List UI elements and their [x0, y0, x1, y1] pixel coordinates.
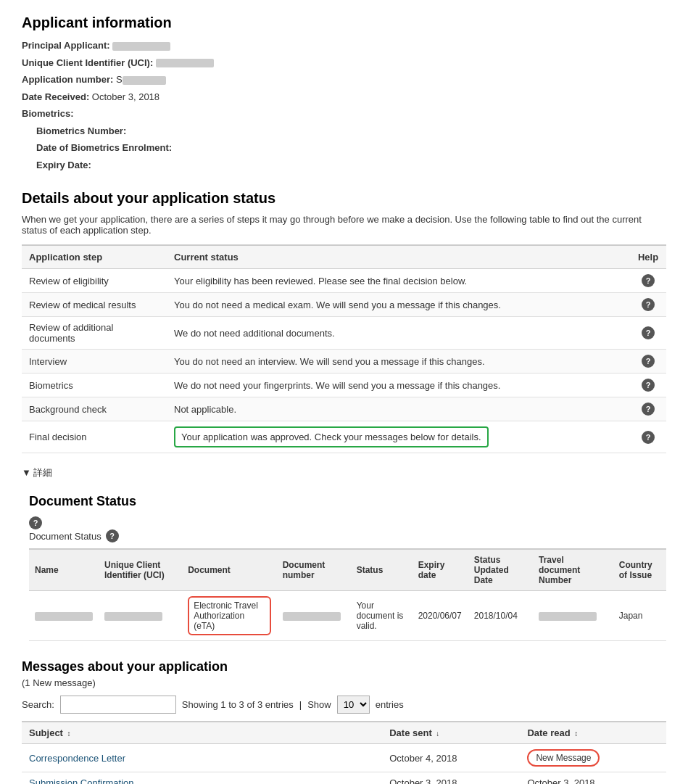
doc-travel-doc-cell: [533, 591, 613, 641]
doc-status-updated-cell: 2018/10/04: [468, 591, 533, 641]
status-step-cell: Interview: [22, 350, 167, 374]
msg-subject-link[interactable]: Correspondence Letter: [29, 753, 125, 764]
msg-subject-link[interactable]: Submission Confirmation: [29, 777, 134, 784]
msg-date-sent-cell: October 3, 2018: [382, 772, 520, 785]
status-help-cell: ?: [630, 350, 666, 374]
doc-uci-cell: [99, 591, 182, 641]
status-current-cell: Your eligibility has been reviewed. Plea…: [167, 269, 630, 293]
search-label: Search:: [22, 699, 54, 710]
msg-date-read-cell: New Message: [520, 744, 666, 772]
status-help-cell: ?: [630, 269, 666, 293]
status-help-cell: ?: [630, 397, 666, 421]
principal-label: Principal Applicant:: [22, 40, 110, 51]
col-step-header: Application step: [22, 245, 167, 269]
help-icon[interactable]: ?: [642, 298, 655, 311]
date-received-value: October 3, 2018: [92, 91, 159, 102]
showing-text: Showing 1 to 3 of 3 entries: [182, 699, 294, 710]
doc-status-cell: Your document is valid.: [351, 591, 413, 641]
uci-value: [156, 59, 214, 67]
app-status-intro: When we get your application, there are …: [22, 214, 666, 236]
app-status-section: Details about your application status Wh…: [22, 190, 666, 479]
biometrics-header: Biometrics:: [22, 107, 666, 121]
help-icon[interactable]: ?: [642, 355, 655, 368]
help-icon[interactable]: ?: [642, 379, 655, 392]
principal-value: [112, 42, 170, 51]
doc-document-cell: Electronic Travel Authorization (eTA): [182, 591, 277, 641]
doc-country-cell: Japan: [613, 591, 666, 641]
col-doc-number-header: Document number: [277, 549, 351, 591]
redacted-value: [104, 612, 162, 621]
status-help-cell: ?: [630, 317, 666, 350]
doc-header-row: Document Status ?: [29, 529, 666, 542]
document-status-title: Document Status: [29, 494, 666, 509]
status-current-cell: Not applicable.: [167, 397, 630, 421]
status-current-cell: You do not need a medical exam. We will …: [167, 293, 630, 317]
doc-cell-highlighted: Electronic Travel Authorization (eTA): [188, 596, 271, 635]
biometrics-expiry-row: Expiry Date:: [22, 158, 666, 173]
doc-status-help-icon[interactable]: ?: [106, 529, 119, 542]
help-icon[interactable]: ?: [642, 431, 655, 444]
status-current-cell: Your application was approved. Check you…: [167, 421, 630, 453]
status-step-cell: Review of eligibility: [22, 269, 167, 293]
status-current-cell: You do not need an interview. We will se…: [167, 350, 630, 374]
search-input[interactable]: [60, 696, 176, 714]
date-read-sort-icon[interactable]: ↕: [574, 730, 578, 738]
date-received-label: Date Received:: [22, 91, 89, 102]
doc-name-cell: [29, 591, 99, 641]
msg-subject-cell: Submission Confirmation: [22, 772, 382, 785]
col-date-read-header: Date read ↕: [520, 722, 666, 744]
biometrics-enrolment-row: Date of Biometrics Enrolment:: [22, 141, 666, 155]
biometrics-label: Biometrics:: [22, 108, 74, 119]
col-country-header: Country of Issue: [613, 549, 666, 591]
biometrics-enrolment-label: Date of Biometrics Enrolment:: [36, 142, 172, 153]
doc-expiry-cell: 2020/06/07: [413, 591, 468, 641]
status-help-cell: ?: [630, 421, 666, 453]
new-message-count: (1 New message): [22, 677, 666, 688]
col-status-updated-header: Status Updated Date: [468, 549, 533, 591]
help-icon[interactable]: ?: [642, 403, 655, 416]
subject-sort-icon[interactable]: ↕: [67, 730, 71, 738]
expiry-label: Expiry Date:: [36, 160, 91, 170]
col-uci-header: Unique Client Identifier (UCI): [99, 549, 182, 591]
col-date-sent-header: Date sent ↓: [382, 722, 520, 744]
document-status-help-icon[interactable]: ?: [29, 516, 42, 529]
msg-date-read-cell: October 3, 2018: [520, 772, 666, 785]
document-status-section: Document Status ? Document Status ? Name…: [22, 494, 666, 641]
doc-status-label: Document Status: [29, 531, 101, 542]
doc-table: Name Unique Client Identifier (UCI) Docu…: [29, 548, 666, 641]
col-document-header: Document: [182, 549, 277, 591]
status-table: Application step Current status Help Rev…: [22, 244, 666, 453]
new-message-badge: New Message: [527, 749, 600, 767]
details-toggle[interactable]: ▼ 詳細: [22, 466, 52, 479]
col-travel-doc-header: Travel document Number: [533, 549, 613, 591]
status-step-cell: Background check: [22, 397, 167, 421]
status-current-cell: We do not need your fingerprints. We wil…: [167, 374, 630, 397]
app-number-label: Application number:: [22, 74, 113, 85]
pipe-separator: |: [299, 699, 302, 710]
app-number-value: S: [116, 74, 166, 85]
help-icon[interactable]: ?: [642, 326, 655, 339]
redacted-value: [283, 612, 341, 621]
biometrics-number-row: Biometrics Number:: [22, 124, 666, 139]
status-step-cell: Review of medical results: [22, 293, 167, 317]
msg-subject-cell: Correspondence Letter: [22, 744, 382, 772]
redacted-value: [35, 612, 93, 621]
messages-section: Messages about your application (1 New m…: [22, 659, 666, 784]
search-row: Search: Showing 1 to 3 of 3 entries | Sh…: [22, 696, 666, 714]
help-icon[interactable]: ?: [642, 274, 655, 287]
col-expiry-header: Expiry date: [413, 549, 468, 591]
col-status-header: Status: [351, 549, 413, 591]
applicant-info-section: Applicant information Principal Applican…: [22, 15, 666, 172]
status-step-cell: Review of additional documents: [22, 317, 167, 350]
msg-date-sent-cell: October 4, 2018: [382, 744, 520, 772]
date-sent-sort-icon[interactable]: ↓: [436, 730, 439, 738]
uci-label: Unique Client Identifier (UCI):: [22, 57, 153, 68]
messages-title: Messages about your application: [22, 659, 666, 674]
col-subject-header: Subject ↕: [22, 722, 382, 744]
date-received-row: Date Received: October 3, 2018: [22, 90, 666, 104]
doc-number-cell: [277, 591, 351, 641]
status-help-cell: ?: [630, 374, 666, 397]
show-entries-select[interactable]: 10 25 50: [337, 696, 370, 714]
entries-label: entries: [376, 699, 404, 710]
uci-row: Unique Client Identifier (UCI):: [22, 56, 666, 70]
